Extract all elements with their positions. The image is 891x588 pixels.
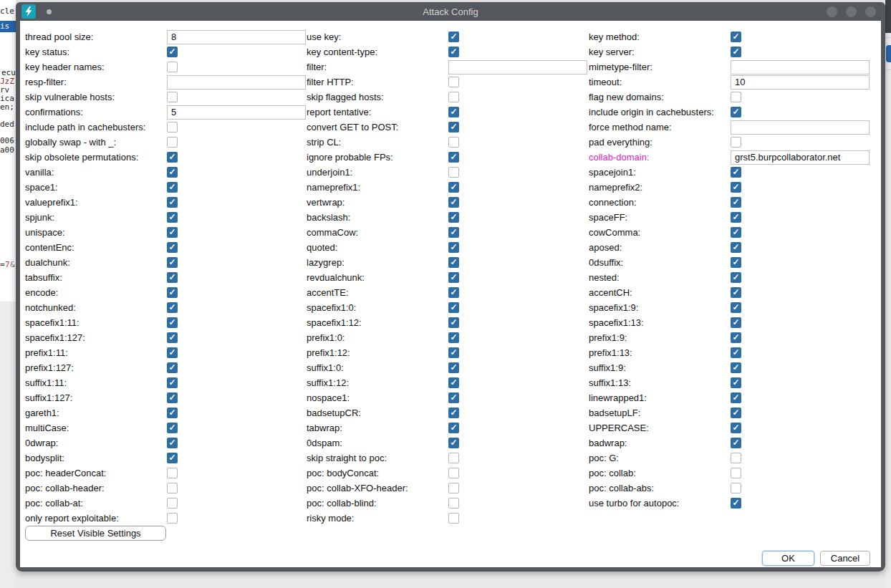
checkbox-encode[interactable]: ✓ <box>167 287 178 298</box>
checkbox-skip-flagged-hosts[interactable] <box>448 92 459 102</box>
checkbox-badsetupcr[interactable]: ✓ <box>448 408 459 418</box>
checkbox-use-key[interactable]: ✓ <box>448 32 459 42</box>
checkbox-bodysplit[interactable]: ✓ <box>167 453 178 463</box>
checkbox-backslash[interactable]: ✓ <box>448 212 459 223</box>
input-thread-pool-size[interactable] <box>167 30 306 44</box>
checkbox-poc-headerconcat[interactable] <box>167 468 178 478</box>
checkbox-suffix1-11[interactable]: ✓ <box>167 377 178 388</box>
checkbox-linewrapped1[interactable]: ✓ <box>731 392 741 403</box>
checkbox-suffix1-0[interactable]: ✓ <box>448 362 459 373</box>
checkbox-spacefix1-12[interactable]: ✓ <box>448 317 459 328</box>
reset-visible-settings-button[interactable]: Reset Visible Settings <box>25 526 166 541</box>
checkbox-spacejoin1[interactable]: ✓ <box>731 167 741 178</box>
minimize-button[interactable] <box>827 6 837 17</box>
input-force-method-name[interactable] <box>731 120 870 135</box>
checkbox-nested[interactable]: ✓ <box>731 272 741 283</box>
checkbox-key-content-type[interactable]: ✓ <box>448 47 459 57</box>
checkbox-poc-collab-blind[interactable] <box>448 498 459 509</box>
checkbox-quoted[interactable]: ✓ <box>448 242 459 253</box>
checkbox-risky-mode[interactable] <box>448 513 459 524</box>
input-resp-filter[interactable] <box>167 75 306 90</box>
checkbox-ignore-probable-fps[interactable]: ✓ <box>448 152 459 163</box>
checkbox-commacow[interactable]: ✓ <box>448 227 459 238</box>
checkbox-lazygrep[interactable]: ✓ <box>448 257 459 268</box>
checkbox-include-path-in-cachebusters[interactable] <box>167 122 178 132</box>
checkbox-strip-cl[interactable] <box>448 137 459 148</box>
checkbox-revdualchunk[interactable]: ✓ <box>448 272 459 283</box>
checkbox-badwrap[interactable]: ✓ <box>731 438 741 448</box>
checkbox-vertwrap[interactable]: ✓ <box>448 197 459 208</box>
checkbox-unispace[interactable]: ✓ <box>167 227 178 238</box>
checkbox-valueprefix1[interactable]: ✓ <box>167 197 178 208</box>
checkbox-badsetuplf[interactable]: ✓ <box>731 408 741 418</box>
checkbox-accentte[interactable]: ✓ <box>448 287 459 298</box>
checkbox-poc-bodyconcat[interactable] <box>448 468 459 478</box>
checkbox-spaceff[interactable]: ✓ <box>731 212 741 223</box>
maximize-button[interactable] <box>846 6 857 17</box>
input-timeout[interactable] <box>731 75 870 90</box>
checkbox-use-turbo-for-autopoc[interactable]: ✓ <box>731 498 741 509</box>
checkbox-aposed[interactable]: ✓ <box>731 242 741 253</box>
checkbox-accentch[interactable]: ✓ <box>731 287 741 298</box>
close-button[interactable] <box>865 6 876 17</box>
checkbox-include-origin-in-cachebusters[interactable]: ✓ <box>731 107 741 117</box>
checkbox-suffix1-9[interactable]: ✓ <box>731 362 741 373</box>
checkbox-poc-collab-abs[interactable] <box>731 483 741 493</box>
ok-button[interactable]: OK <box>762 551 814 566</box>
input-mimetype-filter[interactable] <box>731 60 870 74</box>
checkbox-spacefix1-0[interactable]: ✓ <box>448 302 459 313</box>
checkbox-0dsuffix[interactable]: ✓ <box>731 257 741 268</box>
checkbox-spacefix1-127[interactable]: ✓ <box>167 332 178 343</box>
checkbox-key-header-names[interactable] <box>167 62 178 72</box>
checkbox-report-tentative[interactable]: ✓ <box>448 107 459 117</box>
checkbox-vanilla[interactable]: ✓ <box>167 167 178 178</box>
checkbox-convert-get-to-post[interactable]: ✓ <box>448 122 459 132</box>
checkbox-dualchunk[interactable]: ✓ <box>167 257 178 268</box>
checkbox-gareth1[interactable]: ✓ <box>167 408 178 418</box>
checkbox-space1[interactable]: ✓ <box>167 182 178 193</box>
checkbox-tabwrap[interactable]: ✓ <box>448 423 459 433</box>
checkbox-key-server[interactable]: ✓ <box>731 47 741 57</box>
checkbox-prefix1-11[interactable]: ✓ <box>167 347 178 358</box>
checkbox-0dwrap[interactable]: ✓ <box>167 438 178 448</box>
checkbox-0dspam[interactable]: ✓ <box>448 438 459 448</box>
checkbox-skip-vulnerable-hosts[interactable] <box>167 92 178 102</box>
checkbox-prefix1-13[interactable]: ✓ <box>731 347 741 358</box>
checkbox-prefix1-12[interactable]: ✓ <box>448 347 459 358</box>
checkbox-nameprefix2[interactable]: ✓ <box>731 182 741 193</box>
checkbox-cowcomma[interactable]: ✓ <box>731 227 741 238</box>
checkbox-poc-collab[interactable] <box>731 468 741 478</box>
checkbox-filter-http[interactable] <box>448 77 459 87</box>
checkbox-nospace1[interactable]: ✓ <box>448 392 459 403</box>
checkbox-underjoin1[interactable] <box>448 167 459 178</box>
checkbox-prefix1-0[interactable]: ✓ <box>448 332 459 343</box>
checkbox-suffix1-127[interactable]: ✓ <box>167 392 178 403</box>
checkbox-uppercase[interactable]: ✓ <box>731 423 741 433</box>
cancel-button[interactable]: Cancel <box>820 551 870 566</box>
checkbox-tabsuffix[interactable]: ✓ <box>167 272 178 283</box>
checkbox-contentenc[interactable]: ✓ <box>167 242 178 253</box>
checkbox-poc-g[interactable] <box>731 453 741 463</box>
checkbox-spacefix1-13[interactable]: ✓ <box>731 317 741 328</box>
checkbox-poc-collab-at[interactable] <box>167 498 178 509</box>
checkbox-skip-obsolete-permutations[interactable]: ✓ <box>167 152 178 163</box>
checkbox-poc-collab-xfo-header[interactable] <box>448 483 459 493</box>
input-confirmations[interactable] <box>167 105 306 120</box>
checkbox-connection[interactable]: ✓ <box>731 197 741 208</box>
checkbox-suffix1-13[interactable]: ✓ <box>731 377 741 388</box>
checkbox-suffix1-12[interactable]: ✓ <box>448 377 459 388</box>
checkbox-key-status[interactable]: ✓ <box>167 47 178 57</box>
checkbox-spacefix1-9[interactable]: ✓ <box>731 302 741 313</box>
checkbox-key-method[interactable]: ✓ <box>731 32 741 42</box>
checkbox-poc-collab-header[interactable] <box>167 483 178 493</box>
input-filter[interactable] <box>448 60 587 74</box>
checkbox-skip-straight-to-poc[interactable] <box>448 453 459 463</box>
input-collab-domain[interactable] <box>731 150 870 165</box>
checkbox-only-report-exploitable[interactable] <box>167 513 178 524</box>
checkbox-pad-everything[interactable] <box>731 137 741 148</box>
checkbox-globally-swap-with[interactable] <box>167 137 178 148</box>
checkbox-spacefix1-11[interactable]: ✓ <box>167 317 178 328</box>
checkbox-multicase[interactable]: ✓ <box>167 423 178 433</box>
checkbox-spjunk[interactable]: ✓ <box>167 212 178 223</box>
checkbox-notchunked[interactable]: ✓ <box>167 302 178 313</box>
